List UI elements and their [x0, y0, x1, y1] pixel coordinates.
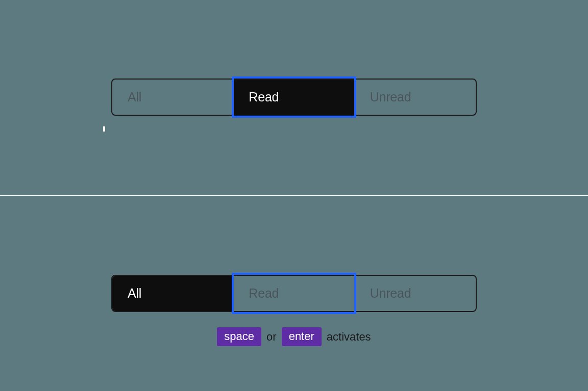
segment-label: All [128, 90, 141, 105]
segment-all[interactable]: All [112, 80, 233, 115]
segment-label: Unread [370, 286, 411, 301]
segment-label: Unread [370, 90, 411, 105]
hint-or: or [266, 330, 277, 344]
segment-read[interactable]: Read [233, 276, 354, 311]
segment-label: Read [249, 90, 279, 105]
example-bottom-panel: All Read Unread space or enter activates [0, 196, 588, 391]
focus-tick [232, 90, 234, 105]
keyboard-hint: space or enter activates [0, 327, 588, 346]
content-switcher-top: All Read Unread [111, 79, 477, 116]
hint-action: activates [327, 330, 371, 344]
key-enter: enter [282, 327, 322, 346]
segment-label: All [128, 286, 141, 301]
segment-label: Read [249, 286, 279, 301]
example-top-panel: All Read Unread [0, 0, 588, 195]
segment-read[interactable]: Read [233, 80, 354, 115]
decorative-tick [103, 126, 105, 132]
segment-all[interactable]: All [112, 276, 233, 311]
key-space: space [217, 327, 261, 346]
segment-unread[interactable]: Unread [355, 80, 476, 115]
content-switcher-bottom: All Read Unread [111, 275, 477, 312]
segment-unread[interactable]: Unread [355, 276, 476, 311]
